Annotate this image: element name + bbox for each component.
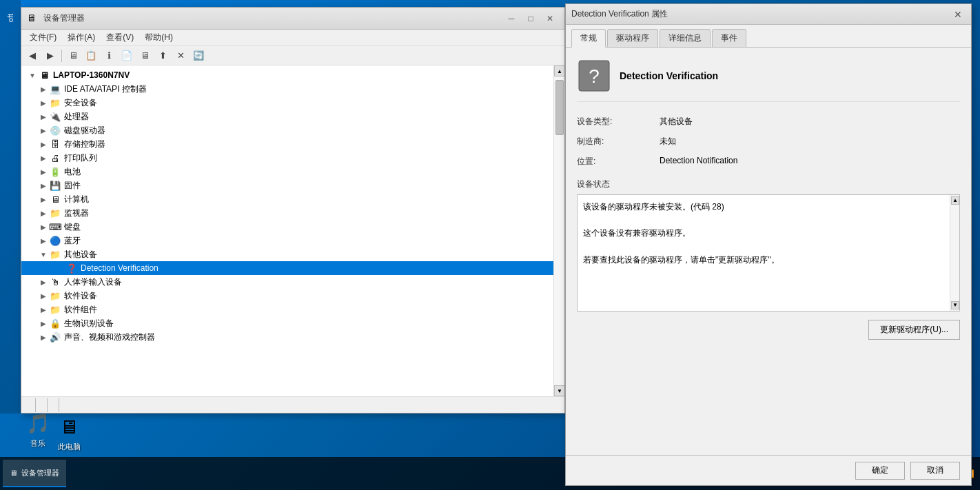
security-label: 安全设备 xyxy=(64,97,97,109)
tab-details[interactable]: 详细信息 xyxy=(660,29,711,47)
dialog-title: Detection Verification 属性 xyxy=(571,8,950,20)
computer-label: 计算机 xyxy=(64,194,89,205)
bluetooth-label: 蓝牙 xyxy=(64,235,81,247)
monitor-expand: ▶ xyxy=(38,207,49,218)
dialog-close-button[interactable]: ✕ xyxy=(950,8,966,21)
toolbar-btn8[interactable]: 🔄 xyxy=(190,48,207,63)
tree-item-firmware[interactable]: ▶ 💾 固件 xyxy=(21,178,553,192)
tree-item-print[interactable]: ▶ 🖨 打印队列 xyxy=(21,151,553,165)
tree-item-ide[interactable]: ▶ 💻 IDE ATA/ATAPI 控制器 xyxy=(21,82,553,96)
sw-device-expand: ▶ xyxy=(38,290,49,301)
toolbar-btn2[interactable]: 📋 xyxy=(83,48,99,63)
disk-expand: ▶ xyxy=(38,125,49,136)
biometric-icon: 🔒 xyxy=(49,317,61,329)
desktop-icon-mypc[interactable]: 🖥 此电脑 xyxy=(41,413,96,452)
menu-view[interactable]: 查看(V) xyxy=(101,30,139,45)
status-line1: 该设备的驱动程序未被安装。(代码 28) xyxy=(583,201,954,214)
toolbar-btn1[interactable]: 🖥 xyxy=(65,48,81,63)
update-driver-button[interactable]: 更新驱动程序(U)... xyxy=(868,320,960,340)
sw-comp-icon: 📁 xyxy=(49,303,61,316)
maximize-button[interactable]: □ xyxy=(522,11,540,26)
menu-file[interactable]: 文件(F) xyxy=(24,30,62,45)
tree-item-biometric[interactable]: ▶ 🔒 生物识别设备 xyxy=(21,316,553,330)
menu-bar: 文件(F) 操作(A) 查看(V) 帮助(H) xyxy=(21,30,564,46)
security-expand: ▶ xyxy=(38,97,49,108)
tree-item-disk[interactable]: ▶ 💿 磁盘驱动器 xyxy=(21,123,553,137)
tree-item-computer[interactable]: ▶ 🖥 计算机 xyxy=(21,192,553,206)
tree-item-storage[interactable]: ▶ 🗄 存储控制器 xyxy=(21,137,553,151)
biometric-expand: ▶ xyxy=(38,318,49,329)
status-bar xyxy=(21,396,564,413)
firmware-expand: ▶ xyxy=(38,180,49,191)
status-scroll-up[interactable]: ▲ xyxy=(951,196,959,205)
tree-item-processor[interactable]: ▶ 🔌 处理器 xyxy=(21,110,553,123)
toolbar-back[interactable]: ◀ xyxy=(24,48,41,63)
tree-item-bluetooth[interactable]: ▶ 🔵 蓝牙 xyxy=(21,234,553,247)
toolbar-btn3[interactable]: ℹ xyxy=(101,48,117,63)
hid-icon: 🖱 xyxy=(49,276,61,288)
toolbar-btn6[interactable]: ⬆ xyxy=(154,48,171,63)
prop-label-type: 设备类型: xyxy=(577,116,660,127)
toolbar-btn4[interactable]: 📄 xyxy=(119,48,135,63)
tree-root[interactable]: ▼ 🖥 LAPTOP-1360N7NV xyxy=(21,68,553,82)
tree-item-software-device[interactable]: ▶ 📁 软件设备 xyxy=(21,289,553,303)
toolbar-forward[interactable]: ▶ xyxy=(42,48,59,63)
prop-label-location: 位置: xyxy=(577,156,660,167)
tree-item-monitor[interactable]: ▶ 📁 监视器 xyxy=(21,206,553,220)
scroll-down-btn[interactable]: ▼ xyxy=(554,385,564,396)
computer-icon: 🖥 xyxy=(49,193,61,205)
minimize-button[interactable]: ─ xyxy=(502,11,520,26)
tree-item-security[interactable]: ▶ 📁 安全设备 xyxy=(21,96,553,110)
scroll-track[interactable] xyxy=(554,76,564,385)
detection-expand xyxy=(54,263,65,274)
prop-row-location: 位置: Detection Notification xyxy=(577,156,960,167)
battery-icon: 🔋 xyxy=(49,165,61,178)
sw-device-icon: 📁 xyxy=(49,289,61,302)
root-expand-icon: ▼ xyxy=(27,70,38,81)
dialog-footer: 确定 取消 xyxy=(566,455,971,485)
storage-label: 存储控制器 xyxy=(64,139,105,150)
tree-scrollbar[interactable]: ▲ ▼ xyxy=(553,65,564,396)
tab-general[interactable]: 常规 xyxy=(571,29,606,48)
tree-item-detection[interactable]: ❓ Detection Verification xyxy=(21,261,553,275)
tab-events[interactable]: 事件 xyxy=(712,29,746,47)
sw-comp-expand: ▶ xyxy=(38,304,49,315)
menu-action[interactable]: 操作(A) xyxy=(62,30,101,45)
prop-row-type: 设备类型: 其他设备 xyxy=(577,116,960,127)
scroll-thumb[interactable] xyxy=(555,80,564,135)
left-sidebar: oft xyxy=(0,0,21,414)
device-tree-container: ▼ 🖥 LAPTOP-1360N7NV ▶ 💻 IDE ATA/ATAPI 控制… xyxy=(21,65,564,396)
tree-item-other[interactable]: ▼ 📁 其他设备 xyxy=(21,247,553,261)
scroll-up-btn[interactable]: ▲ xyxy=(554,65,564,76)
prop-value-manufacturer: 未知 xyxy=(660,136,676,147)
ok-button[interactable]: 确定 xyxy=(855,462,905,480)
device-tree[interactable]: ▼ 🖥 LAPTOP-1360N7NV ▶ 💻 IDE ATA/ATAPI 控制… xyxy=(21,65,553,396)
device-manager-title-icon: 🖥 xyxy=(27,12,39,25)
toolbar-btn7[interactable]: ✕ xyxy=(172,48,189,63)
close-button[interactable]: ✕ xyxy=(541,11,559,26)
taskbar-devmgr-label: 设备管理器 xyxy=(21,468,59,478)
audio-expand: ▶ xyxy=(38,331,49,343)
tree-item-keyboard[interactable]: ▶ ⌨ 键盘 xyxy=(21,220,553,234)
other-label: 其他设备 xyxy=(64,249,97,261)
processor-icon: 🔌 xyxy=(49,110,61,123)
status-text-box: 该设备的驱动程序未被安装。(代码 28) 这个设备没有兼容驱动程序。 若要查找此… xyxy=(577,194,960,312)
properties-table: 设备类型: 其他设备 制造商: 未知 位置: Detection Notific… xyxy=(577,116,960,167)
toolbar-btn5[interactable]: 🖥 xyxy=(136,48,153,63)
menu-help[interactable]: 帮助(H) xyxy=(139,30,178,45)
toolbar-sep1 xyxy=(61,50,62,62)
keyboard-label: 键盘 xyxy=(64,221,81,233)
computer-expand: ▶ xyxy=(38,194,49,205)
status-scroll-down[interactable]: ▼ xyxy=(951,301,959,309)
tree-item-audio[interactable]: ▶ 🔊 声音、视频和游戏控制器 xyxy=(21,330,553,344)
tree-item-hid[interactable]: ▶ 🖱 人体学输入设备 xyxy=(21,275,553,289)
cancel-button[interactable]: 取消 xyxy=(910,462,960,480)
prop-value-type: 其他设备 xyxy=(660,116,693,127)
taskbar-item-devmgr[interactable]: 🖥 设备管理器 xyxy=(3,460,66,487)
security-icon: 📁 xyxy=(49,96,61,109)
tree-item-battery[interactable]: ▶ 🔋 电池 xyxy=(21,165,553,178)
tree-item-software-component[interactable]: ▶ 📁 软件组件 xyxy=(21,303,553,316)
status-scrollbar[interactable]: ▲ ▼ xyxy=(950,195,959,311)
dialog-titlebar: Detection Verification 属性 ✕ xyxy=(566,4,971,25)
tab-driver[interactable]: 驱动程序 xyxy=(607,29,658,47)
